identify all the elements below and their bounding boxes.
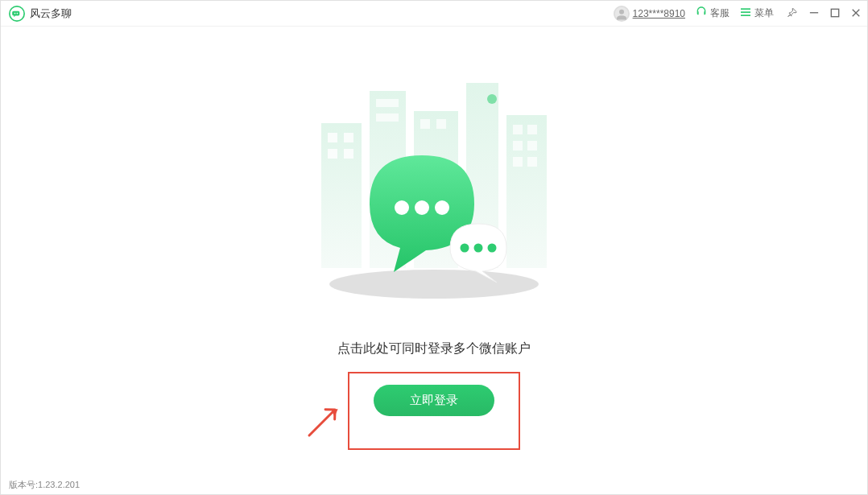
titlebar-right: 123****8910 客服 菜单 <box>614 6 861 22</box>
window-controls <box>787 7 861 20</box>
app-title: 风云多聊 <box>30 6 72 21</box>
user-id-link[interactable]: 123****8910 <box>633 8 685 19</box>
annotation-highlight-box: 立即登录 <box>348 372 520 450</box>
svg-rect-8 <box>810 12 818 13</box>
user-area[interactable]: 123****8910 <box>614 6 685 22</box>
svg-rect-19 <box>420 119 430 129</box>
svg-point-31 <box>395 200 409 215</box>
svg-point-35 <box>474 244 483 253</box>
svg-point-32 <box>415 200 429 215</box>
version-label: 版本号:1.23.2.201 <box>9 480 80 489</box>
close-button[interactable] <box>851 8 861 19</box>
svg-rect-11 <box>328 133 337 142</box>
svg-point-36 <box>488 244 497 253</box>
svg-rect-20 <box>436 119 446 129</box>
svg-point-33 <box>435 200 449 215</box>
customer-service-button[interactable]: 客服 <box>695 6 730 22</box>
svg-rect-16 <box>376 99 399 107</box>
svg-rect-12 <box>344 133 353 142</box>
svg-rect-17 <box>376 113 399 122</box>
svg-rect-13 <box>328 149 337 159</box>
headset-icon <box>695 6 708 22</box>
service-label: 客服 <box>710 6 730 20</box>
titlebar-left: 风云多聊 <box>9 6 72 22</box>
svg-rect-9 <box>831 9 838 16</box>
svg-point-2 <box>17 12 19 14</box>
minimize-button[interactable] <box>809 8 819 19</box>
svg-point-34 <box>461 244 469 253</box>
svg-point-22 <box>487 94 497 104</box>
hamburger-icon <box>739 6 752 22</box>
pin-button[interactable] <box>787 7 798 20</box>
svg-point-30 <box>329 270 539 299</box>
app-window: 风云多聊 123****8910 客服 <box>0 0 868 495</box>
svg-rect-10 <box>321 123 362 268</box>
maximize-button[interactable] <box>830 8 840 19</box>
svg-rect-27 <box>527 141 537 151</box>
avatar-icon <box>614 6 630 22</box>
main-content: 点击此处可同时登录多个微信账户 立即登录 <box>1 27 867 476</box>
svg-rect-23 <box>506 115 547 268</box>
menu-button[interactable]: 菜单 <box>739 6 774 22</box>
annotation-arrow-icon <box>303 402 343 445</box>
svg-rect-14 <box>344 149 353 159</box>
svg-rect-5 <box>741 8 750 10</box>
footer: 版本号:1.23.2.201 <box>1 476 867 494</box>
svg-rect-25 <box>527 125 537 134</box>
hero-illustration <box>289 75 579 300</box>
menu-label: 菜单 <box>754 6 774 20</box>
svg-rect-7 <box>741 14 750 16</box>
svg-point-4 <box>619 9 624 14</box>
svg-rect-24 <box>513 125 523 134</box>
svg-rect-28 <box>513 157 523 167</box>
app-logo-icon <box>9 6 25 22</box>
svg-rect-26 <box>513 141 523 151</box>
titlebar: 风云多聊 123****8910 客服 <box>1 1 867 27</box>
svg-rect-29 <box>527 157 537 167</box>
login-button[interactable]: 立即登录 <box>374 385 494 416</box>
svg-point-1 <box>14 12 16 14</box>
instruction-text: 点击此处可同时登录多个微信账户 <box>337 340 531 357</box>
svg-rect-6 <box>741 11 750 13</box>
